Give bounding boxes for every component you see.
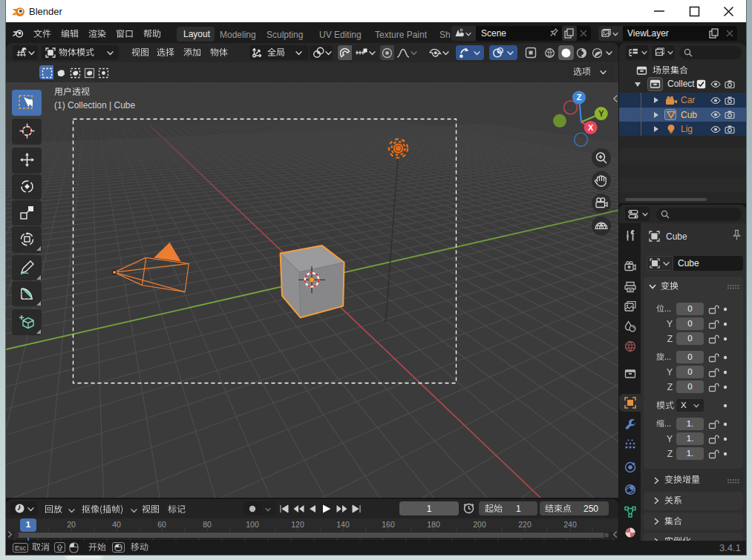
svg-text:40: 40 — [112, 520, 121, 529]
svg-text:240: 240 — [563, 520, 577, 529]
svg-text:180: 180 — [427, 520, 440, 529]
svg-text:Y: Y — [598, 109, 604, 118]
svg-text:140: 140 — [336, 520, 350, 529]
svg-text:120: 120 — [291, 520, 304, 529]
svg-text:X: X — [588, 123, 594, 132]
svg-text:160: 160 — [382, 520, 395, 529]
svg-text:200: 200 — [473, 520, 486, 529]
svg-text:80: 80 — [203, 520, 212, 529]
svg-text:20: 20 — [67, 520, 76, 529]
svg-text:220: 220 — [518, 520, 532, 529]
svg-text:100: 100 — [246, 520, 259, 529]
svg-text:60: 60 — [157, 520, 166, 529]
svg-text:Z: Z — [577, 93, 582, 102]
